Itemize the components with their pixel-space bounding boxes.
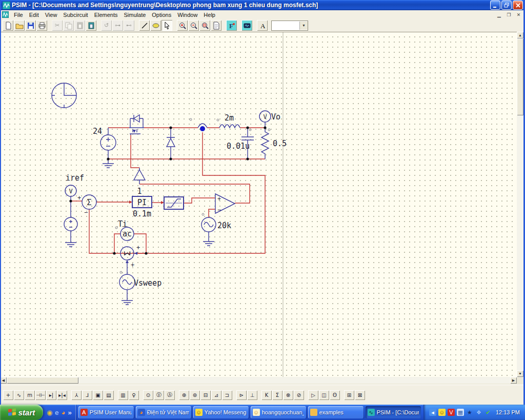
start-button[interactable]: start (0, 405, 43, 420)
element-divider-button[interactable]: ⊘ (294, 390, 304, 400)
element-battery-button[interactable]: ▥ (118, 390, 128, 400)
freewheeling-diode[interactable] (167, 128, 175, 159)
taskbar-task-chat-hoangquochuan[interactable]: ☺hoangquochuan_91 (251, 406, 306, 418)
browser-icon[interactable]: ◉ (47, 409, 52, 416)
fit-to-page-button[interactable] (211, 20, 221, 31)
tray-network-star-icon[interactable]: ★ (466, 409, 473, 416)
menu-options[interactable]: Options (149, 11, 174, 18)
internet-explorer-icon[interactable]: e (55, 409, 58, 416)
document-icon[interactable] (2, 11, 9, 18)
mosfet[interactable] (129, 115, 144, 135)
schematic-canvas[interactable]: 24 2m 0.01u 0.5 V Vo (0, 32, 517, 377)
element-inductor-button[interactable]: m (25, 390, 35, 400)
element-step-source-button[interactable]: ⊐ (222, 390, 232, 400)
voltage-probe-vo[interactable]: V Vo (259, 111, 280, 128)
scroll-up-icon[interactable]: ▲ (517, 32, 523, 38)
new-button[interactable] (3, 20, 13, 31)
element-transformer-button[interactable]: ◫ (319, 390, 329, 400)
menu-window[interactable]: Window (174, 11, 200, 18)
scroll-down-icon[interactable]: ▼ (517, 370, 523, 377)
tray-display-icon[interactable]: ▦ (457, 409, 464, 416)
firefox-icon[interactable]: ◕ (62, 409, 66, 416)
menu-simulate[interactable]: Simulate (121, 11, 149, 18)
capacitor[interactable]: 0.01u (227, 128, 254, 159)
element-gain-block-button[interactable]: K (261, 390, 272, 400)
menu-file[interactable]: File (11, 11, 26, 18)
taskbar-task-dien-tu-viet-nam[interactable]: ◕Điện tử Việt Nam - ... (136, 406, 191, 418)
element-multiplier-button[interactable]: ⊗ (283, 390, 293, 400)
element-igbt-button[interactable]: ▤ (104, 390, 114, 400)
undo-button[interactable]: ↺ (101, 20, 112, 31)
element-sum-block-button[interactable]: Σ (272, 390, 282, 400)
horizontal-scrollbar[interactable]: ◀ ▶ (0, 377, 517, 384)
taskbar-task-psim-window[interactable]: ∿PSIM - [C:\Docume... (366, 406, 421, 418)
element-junction-button[interactable]: + (3, 390, 13, 400)
element-switch-module-button[interactable]: ⊠ (355, 390, 365, 400)
element-dc-source-button[interactable]: ⊕ (179, 390, 189, 400)
edit-history-button[interactable]: ⊶ (112, 20, 123, 31)
place-label-button[interactable] (150, 20, 161, 31)
element-opamp-button[interactable]: ▷ (308, 390, 318, 400)
element-sine-source-button[interactable]: ⊜ (190, 390, 200, 400)
on-off-controller[interactable] (134, 168, 145, 184)
menu-view[interactable]: View (42, 11, 60, 18)
vscroll-thumb[interactable] (517, 38, 523, 115)
copy-button[interactable] (63, 20, 74, 31)
element-controlled-source-button[interactable]: ⊳ (236, 390, 247, 400)
zoom-window-button[interactable] (199, 20, 210, 31)
mdi-close-button[interactable]: ✕ (514, 11, 523, 18)
element-resistor-button[interactable]: ∿ (14, 390, 24, 400)
menu-help[interactable]: Help (200, 11, 218, 18)
tray-antivirus-icon[interactable]: V (448, 409, 455, 416)
inductor[interactable]: 2m (219, 113, 240, 128)
element-diode-button[interactable]: ▸| (46, 390, 56, 400)
current-sensor[interactable] (198, 124, 207, 131)
element-voltage-probe-button[interactable]: ⊙ (143, 390, 153, 400)
hscroll-thumb[interactable] (7, 377, 78, 384)
element-mosfet-button[interactable]: ▣ (93, 390, 103, 400)
taskbar-task-yahoo-messenger[interactable]: ☺Yahoo! Messenger (193, 406, 249, 418)
mdi-restore-button[interactable]: ❐ (504, 11, 513, 18)
menu-edit[interactable]: Edit (26, 11, 42, 18)
minimize-button[interactable] (490, 1, 500, 10)
carrier-source-20k[interactable]: 20k (201, 217, 231, 246)
scroll-right-icon[interactable]: ▶ (510, 377, 517, 384)
view-waveform-button[interactable] (241, 20, 252, 31)
run-simulation-button[interactable]: F (226, 20, 237, 31)
voltage-probe-iref[interactable]: iref V (65, 173, 84, 201)
element-thyristor-button[interactable]: ⅄ (71, 390, 82, 400)
dc-source-iref[interactable] (64, 201, 77, 247)
element-ammeter-button[interactable]: Ⓐ (165, 390, 175, 400)
restore-button[interactable] (501, 1, 512, 10)
element-gto-button[interactable]: ⅃ (82, 390, 92, 400)
tray-update-icon[interactable]: ✔ (484, 409, 492, 416)
element-zener-button[interactable]: ▸|◂ (57, 390, 67, 400)
simulation-control[interactable] (52, 83, 76, 108)
save-button[interactable] (25, 20, 36, 31)
combo-dropdown-icon[interactable]: ▼ (299, 22, 308, 30)
summer[interactable]: Σ + − (77, 194, 96, 216)
zoom-in-button[interactable] (177, 20, 188, 31)
library-combo[interactable]: ▼ (271, 21, 308, 31)
close-button[interactable] (513, 1, 523, 10)
element-gating-block-button[interactable]: ⊞ (344, 390, 354, 400)
mdi-minimize-button[interactable]: ▁ (495, 11, 503, 18)
paste-button[interactable] (74, 20, 85, 31)
element-capacitor-button[interactable]: ⊣⊢ (35, 390, 46, 400)
vertical-scrollbar[interactable]: ▲ ▼ (517, 32, 523, 377)
draw-wire-button[interactable] (139, 20, 150, 31)
ac-sweep-probe[interactable]: Ti ac (118, 219, 134, 241)
dc-source-24v[interactable]: 24 (93, 127, 116, 159)
tray-hide-arrow-icon[interactable]: ◂ (429, 409, 436, 416)
select-mode-button[interactable] (161, 20, 172, 31)
limiter[interactable] (164, 197, 184, 209)
menu-subcircuit[interactable]: Subcircuit (60, 11, 91, 18)
zoom-out-button[interactable] (188, 20, 199, 31)
cut-button[interactable]: ✂ (52, 20, 63, 31)
injection-summer[interactable]: Σ + + (120, 244, 140, 274)
element-square-source-button[interactable]: ⊟ (200, 390, 211, 400)
print-button[interactable] (36, 20, 47, 31)
more-icon[interactable]: » (68, 409, 71, 416)
element-ground-button[interactable]: ⊥ (247, 390, 257, 400)
element-triangle-source-button[interactable]: ⊿ (211, 390, 221, 400)
